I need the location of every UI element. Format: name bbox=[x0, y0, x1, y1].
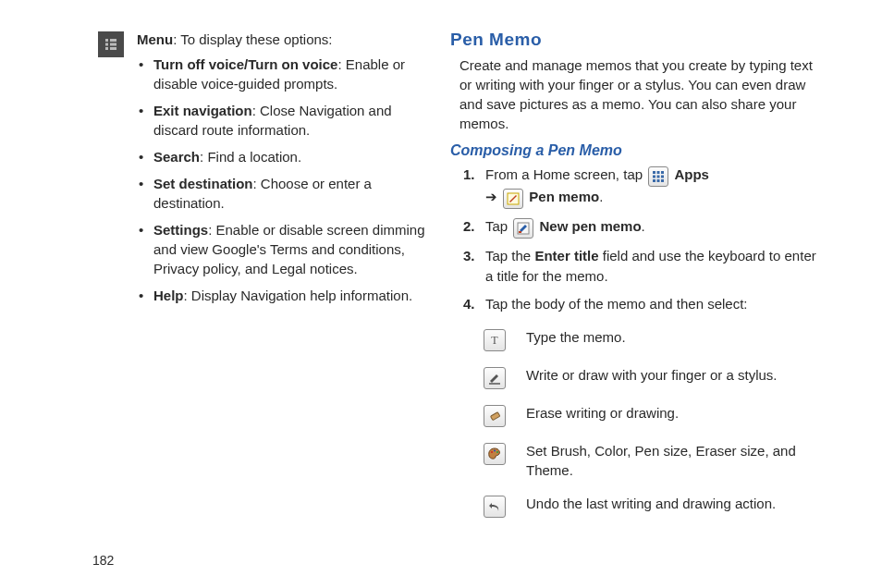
svg-point-21 bbox=[491, 451, 493, 453]
palette-icon bbox=[484, 443, 506, 465]
step-text: Tap the body of the memo and then select… bbox=[485, 294, 827, 314]
apps-icon bbox=[648, 166, 668, 187]
menu-intro: : To display these options: bbox=[173, 31, 332, 47]
svg-rect-9 bbox=[653, 176, 655, 178]
write-icon bbox=[484, 367, 506, 389]
svg-rect-5 bbox=[110, 47, 116, 50]
menu-item: Help: Display Navigation help informatio… bbox=[137, 286, 432, 305]
svg-point-22 bbox=[494, 450, 496, 452]
svg-rect-20 bbox=[491, 412, 500, 421]
svg-rect-11 bbox=[661, 176, 664, 178]
menu-item: Settings: Enable or disable screen dimmi… bbox=[137, 220, 432, 278]
menu-item: Exit navigation: Close Navigation and di… bbox=[137, 101, 432, 140]
menu-item: Set destination: Choose or enter a desti… bbox=[137, 174, 432, 213]
undo-icon bbox=[484, 496, 506, 518]
svg-rect-7 bbox=[657, 171, 660, 174]
menu-item: Search: Find a location. bbox=[137, 147, 432, 166]
right-column: Pen Memo Create and manage memos that yo… bbox=[441, 30, 864, 570]
step-number: 1. bbox=[463, 165, 485, 209]
svg-rect-2 bbox=[105, 47, 108, 50]
option-undo: Undo the last writing and drawing action… bbox=[484, 495, 827, 518]
step-number: 2. bbox=[463, 216, 485, 239]
svg-rect-14 bbox=[661, 179, 664, 182]
menu-block: Menu: To display these options: Turn off… bbox=[98, 30, 432, 312]
menu-intro-line: Menu: To display these options: bbox=[137, 30, 432, 49]
svg-text:T: T bbox=[491, 334, 498, 347]
svg-rect-12 bbox=[653, 179, 655, 182]
option-erase: Erase writing or drawing. bbox=[484, 404, 827, 427]
step-number: 3. bbox=[463, 246, 485, 287]
menu-bullets: Turn off voice/Turn on voice: Enable or … bbox=[137, 55, 432, 305]
step-text: Tap the Enter title field and use the ke… bbox=[485, 246, 827, 287]
new-pen-memo-icon bbox=[513, 218, 533, 239]
menu-text: Menu: To display these options: Turn off… bbox=[137, 30, 432, 312]
option-type: T Type the memo. bbox=[484, 328, 827, 351]
menu-item: Turn off voice/Turn on voice: Enable or … bbox=[137, 55, 432, 93]
erase-icon bbox=[484, 405, 506, 427]
option-palette: Set Brush, Color, Pen size, Eraser size,… bbox=[484, 442, 827, 480]
step-number: 4. bbox=[463, 294, 485, 314]
pen-memo-icon bbox=[503, 189, 523, 209]
step-text: Tap New pen memo. bbox=[485, 216, 827, 239]
svg-rect-8 bbox=[661, 171, 664, 174]
svg-point-23 bbox=[496, 451, 498, 453]
svg-rect-17 bbox=[519, 231, 521, 233]
svg-rect-6 bbox=[653, 171, 655, 174]
svg-rect-0 bbox=[105, 39, 108, 42]
subheading-composing: Composing a Pen Memo bbox=[450, 142, 827, 159]
svg-rect-1 bbox=[105, 43, 108, 46]
svg-rect-13 bbox=[657, 179, 660, 182]
step-text: From a Home screen, tap Apps ➔ bbox=[485, 165, 827, 209]
step-4: 4. Tap the body of the memo and then sel… bbox=[463, 294, 827, 314]
left-column: Menu: To display these options: Turn off… bbox=[18, 30, 441, 570]
steps-list: 1. From a Home screen, tap Apps ➔ bbox=[463, 165, 827, 313]
menu-label: Menu bbox=[137, 31, 173, 47]
page: Menu: To display these options: Turn off… bbox=[0, 0, 882, 588]
svg-rect-10 bbox=[657, 176, 660, 178]
svg-rect-4 bbox=[110, 43, 116, 46]
type-icon: T bbox=[484, 329, 506, 351]
intro-text: Create and manage memos that you create … bbox=[459, 55, 827, 133]
menu-icon bbox=[98, 31, 124, 57]
option-list: T Type the memo. Write or draw with your… bbox=[484, 328, 827, 518]
step-2: 2. Tap New pen memo. bbox=[463, 216, 827, 239]
svg-rect-3 bbox=[110, 39, 116, 42]
step-3: 3. Tap the Enter title field and use the… bbox=[463, 246, 827, 287]
option-write: Write or draw with your finger or a styl… bbox=[484, 366, 827, 389]
heading-pen-memo: Pen Memo bbox=[450, 30, 827, 50]
step-1: 1. From a Home screen, tap Apps ➔ bbox=[463, 165, 827, 209]
page-number: 182 bbox=[92, 553, 114, 568]
